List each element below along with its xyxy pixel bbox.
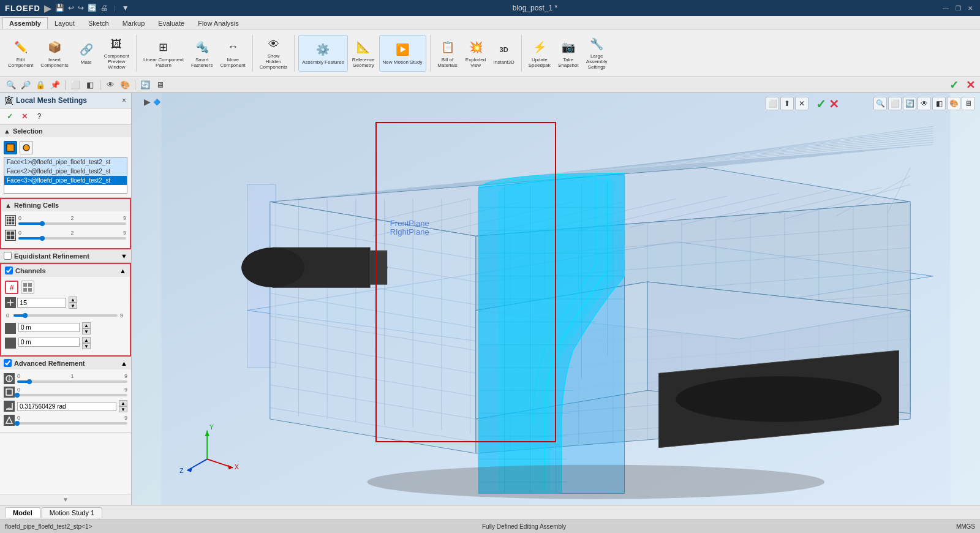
channel-slider-thumb[interactable] xyxy=(23,313,28,318)
ribbon-component-preview[interactable]: 🖼 ComponentPreviewWindow xyxy=(101,35,132,72)
tab-markup[interactable]: Markup xyxy=(116,17,152,29)
slider-track-0[interactable] xyxy=(18,222,126,225)
ribbon-linear-pattern[interactable]: ⊞ Linear ComponentPattern xyxy=(140,35,187,72)
field-0-up[interactable]: ▲ xyxy=(82,322,91,328)
ribbon-assembly-features[interactable]: ⚙️ Assembly Features xyxy=(298,35,347,72)
slider-thumb-0[interactable] xyxy=(40,221,45,226)
adv-slider-3[interactable] xyxy=(17,422,127,425)
field-0-down[interactable]: ▼ xyxy=(82,328,91,335)
qat-save[interactable]: 💾 xyxy=(55,4,64,12)
ribbon-bom[interactable]: 📋 Bill ofMaterials xyxy=(434,35,461,72)
adv-thumb-3[interactable] xyxy=(15,421,20,426)
vp-confirm-btn[interactable]: ✓ xyxy=(816,97,826,112)
equidistant-checkbox[interactable] xyxy=(4,252,12,260)
angle-input[interactable] xyxy=(17,402,116,411)
panel-close-btn[interactable]: × xyxy=(122,96,126,105)
viewport[interactable]: ▶ 🔷 blog_post_1 xyxy=(132,93,980,505)
ribbon-take-snapshot[interactable]: 📷 TakeSnapshot xyxy=(555,35,582,72)
angle-up[interactable]: ▲ xyxy=(119,400,127,406)
confirm-btn[interactable]: ✓ xyxy=(949,78,959,92)
adv-thumb-1[interactable] xyxy=(15,393,20,398)
slider-thumb-1[interactable] xyxy=(40,236,45,241)
view-hide-show[interactable]: 👁 xyxy=(104,79,116,91)
qat-print[interactable]: 🖨 xyxy=(100,4,108,12)
channels-checkbox[interactable] xyxy=(5,266,13,274)
ribbon-large-assembly[interactable]: 🔧 LargeAssemblySettings xyxy=(583,35,611,72)
vp-zoom-btn[interactable]: ⬜ xyxy=(888,97,902,110)
cancel-btn[interactable]: ✕ xyxy=(966,78,975,92)
tab-flow-analysis[interactable]: Flow Analysis xyxy=(191,17,246,29)
maximize-btn[interactable]: ❐ xyxy=(953,3,963,13)
channel-field-0-input[interactable] xyxy=(18,323,80,332)
tab-motion-study[interactable]: Motion Study 1 xyxy=(42,507,102,518)
tab-assembly[interactable]: Assembly xyxy=(2,17,48,29)
angle-down[interactable]: ▼ xyxy=(119,406,127,412)
channel-slider-track[interactable] xyxy=(13,314,118,317)
vp-display-btn[interactable]: 👁 xyxy=(918,97,931,110)
face-select-btn[interactable] xyxy=(4,141,17,154)
vp-appear-btn[interactable]: 🎨 xyxy=(947,97,960,110)
ribbon-exploded-view[interactable]: 💥 ExplodedView xyxy=(462,35,489,72)
advanced-refinement-checkbox[interactable] xyxy=(4,359,12,367)
selection-header[interactable]: ▲ Selection xyxy=(0,125,131,137)
channel-field-1-input[interactable] xyxy=(18,338,80,347)
ribbon-instant3d[interactable]: 3D Instant3D xyxy=(491,35,518,72)
qat-rebuild[interactable]: 🔄 xyxy=(88,4,97,12)
ribbon-edit-component[interactable]: ✏️ EditComponent xyxy=(5,35,36,72)
logo-arrow[interactable]: ▶ xyxy=(44,2,51,14)
help-btn[interactable]: ? xyxy=(33,110,45,123)
vp-hide-btn[interactable]: 🖥 xyxy=(962,97,975,110)
channel-value-input[interactable] xyxy=(17,298,66,308)
equidistant-header[interactable]: Equidistant Refinement ▼ xyxy=(0,249,131,262)
ribbon-smart-fasteners[interactable]: 🔩 SmartFasteners xyxy=(188,35,216,72)
close-btn[interactable]: ✕ xyxy=(965,3,975,13)
adv-slider-1[interactable] xyxy=(17,394,127,396)
vp-rotate-btn[interactable]: 🔄 xyxy=(903,97,916,110)
accept-btn[interactable]: ✓ xyxy=(4,110,16,123)
field-1-up[interactable]: ▲ xyxy=(82,337,91,343)
view-display-style[interactable]: ⬜ xyxy=(69,79,81,91)
view-pin-btn[interactable]: 📌 xyxy=(49,79,61,91)
channels-collapse[interactable]: ▲ xyxy=(119,267,126,274)
edge-select-btn[interactable] xyxy=(20,141,33,154)
vp-cancel-btn[interactable]: ✕ xyxy=(829,97,839,112)
vp-section-btn[interactable]: ◧ xyxy=(932,97,946,110)
ribbon-new-motion-study[interactable]: ▶️ New Motion Study xyxy=(379,35,426,72)
ribbon-show-hidden[interactable]: 👁 ShowHiddenComponents xyxy=(257,35,290,72)
refining-cells-header[interactable]: ▲ Refining Cells xyxy=(1,199,130,211)
tab-model[interactable]: Model xyxy=(5,507,40,518)
channels-header[interactable]: Channels ▲ xyxy=(1,264,130,277)
reject-btn[interactable]: ✕ xyxy=(18,110,31,123)
tab-evaluate[interactable]: Evaluate xyxy=(151,17,191,29)
adv-thumb-0[interactable] xyxy=(27,379,32,384)
view-zoom-btn[interactable]: 🔎 xyxy=(20,79,32,91)
view-appear[interactable]: 🎨 xyxy=(119,79,131,91)
view-section[interactable]: ◧ xyxy=(84,79,96,91)
view-display-btn[interactable]: 🖥 xyxy=(154,79,166,91)
ribbon-reference-geometry[interactable]: 📐 ReferenceGeometry xyxy=(349,35,378,72)
channel-spin-down[interactable]: ▼ xyxy=(69,303,77,309)
view-lock-btn[interactable]: 🔒 xyxy=(34,79,47,91)
adv-slider-0[interactable] xyxy=(17,380,127,383)
selection-item-1[interactable]: Face<2>@floefd_pipe_floefd_test2_st xyxy=(4,167,127,176)
selection-item-0[interactable]: Face<1>@floefd_pipe_floefd_test2_st xyxy=(4,157,127,167)
ribbon-update-speedpak[interactable]: ⚡ UpdateSpeedpak xyxy=(526,35,554,72)
minimize-btn[interactable]: — xyxy=(941,3,951,13)
vp-search-btn[interactable]: 🔍 xyxy=(873,97,887,110)
view-search-btn[interactable]: 🔍 xyxy=(5,79,17,91)
channel-icon-red[interactable]: # xyxy=(5,281,18,294)
panel-win-close[interactable]: ✕ xyxy=(795,97,809,110)
channel-spin-up[interactable]: ▲ xyxy=(69,297,77,303)
ribbon-insert-components[interactable]: 📦 InsertComponents xyxy=(37,35,71,72)
panel-win-restore[interactable]: ⬜ xyxy=(766,97,779,110)
ribbon-mate[interactable]: 🔗 Mate xyxy=(73,35,100,72)
qat-undo[interactable]: ↩ xyxy=(68,4,74,12)
ribbon-move-component[interactable]: ↔️ MoveComponent xyxy=(217,35,248,72)
tab-layout[interactable]: Layout xyxy=(48,17,81,29)
slider-track-1[interactable] xyxy=(18,237,126,240)
advanced-refinement-header[interactable]: Advanced Refinement ▲ xyxy=(0,357,131,369)
qat-options[interactable]: ▼ xyxy=(122,4,129,12)
qat-redo[interactable]: ↪ xyxy=(78,4,84,12)
tab-sketch[interactable]: Sketch xyxy=(81,17,116,29)
equidistant-collapse[interactable]: ▼ xyxy=(121,252,127,260)
